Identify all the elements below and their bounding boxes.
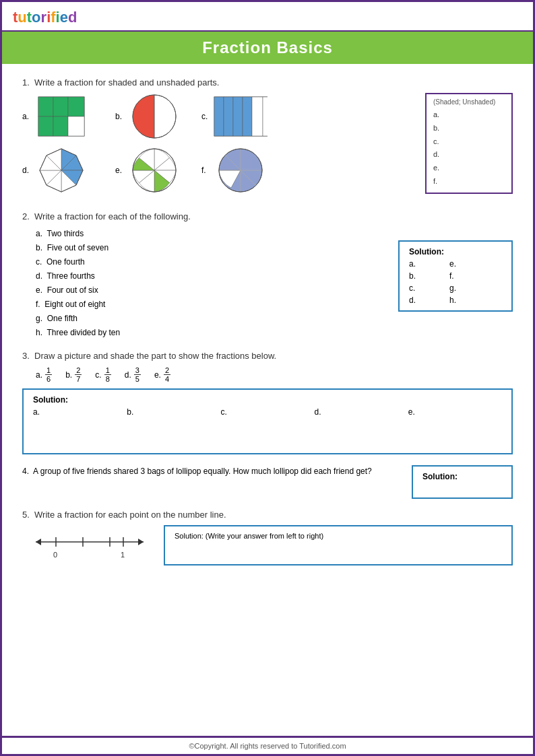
q1-ans-e: e. — [433, 162, 505, 175]
svg-rect-16 — [263, 97, 268, 136]
svg-rect-5 — [53, 116, 68, 136]
footer-text: ©Copyright. All rights reserved to Tutor… — [189, 742, 346, 750]
sol-label: b. — [409, 271, 449, 281]
q5-text: Write a fraction for each point on the n… — [34, 510, 226, 520]
svg-text:0: 0 — [53, 551, 57, 559]
sol-label: f. — [449, 271, 490, 281]
frac-label-c: c. — [95, 370, 101, 380]
svg-rect-3 — [68, 97, 84, 116]
sol-cell-d: d. — [315, 407, 408, 448]
octagon-svg — [37, 146, 86, 195]
question-2: 2. Write a fraction for each of the foll… — [22, 211, 513, 340]
q2-solution-box: Solution: a. e. b. f. c. g. d. h. — [398, 240, 513, 312]
q4-sol-title: Solution: — [422, 472, 502, 481]
svg-text:1: 1 — [121, 551, 125, 559]
shape-label-e: e. — [115, 166, 125, 175]
q2-sol-title: Solution: — [409, 247, 502, 256]
frac-item-c: c. 1 8 — [95, 366, 111, 383]
q5-title: 5. Write a fraction for each point on th… — [22, 510, 513, 520]
frac-item-e: e. 2 4 — [154, 366, 170, 383]
q3-fractions-row: a. 1 6 b. 2 7 c. 1 — [36, 366, 513, 383]
q1-row2: d. — [22, 147, 418, 194]
frac-label-d: d. — [125, 370, 131, 380]
shape-label-d: d. — [22, 166, 32, 175]
q4-number: 4. — [22, 467, 29, 476]
number-line-svg: 0 1 — [22, 525, 157, 565]
q4-container: 4. A group of five friends shared 3 bags… — [22, 465, 513, 499]
pinwheel-svg — [130, 146, 179, 195]
frac-d: 3 5 — [134, 366, 141, 383]
q1-shapes-row: a. — [22, 93, 513, 201]
q1-shapes-main: a. — [22, 93, 418, 201]
q4-text: 4. A group of five friends shared 3 bags… — [22, 465, 405, 478]
q1-ans-b: b. — [433, 122, 505, 135]
svg-rect-4 — [38, 116, 53, 136]
shape-a — [34, 93, 88, 140]
frac-label-b: b. — [65, 370, 72, 380]
q2-text: Write a fraction for each of the followi… — [34, 211, 191, 221]
shape-e — [127, 147, 181, 194]
q3-title: 3. Draw a picture and shade the part to … — [22, 351, 513, 361]
list-item: c. One fourth — [36, 255, 391, 269]
list-item: b. Five out of seven — [36, 241, 391, 255]
svg-rect-2 — [53, 97, 68, 116]
list-item: d. Three fourths — [36, 269, 391, 283]
shape-d — [34, 147, 88, 194]
list-item: a. Two thirds — [36, 227, 391, 241]
q5-container: 0 1 Solution: (Write your answer from le… — [22, 525, 513, 565]
list-item: h. Three divided by ten — [36, 326, 391, 340]
list-item: g. One fifth — [36, 312, 391, 326]
q3-number: 3. — [22, 351, 30, 361]
shape-f — [214, 147, 268, 194]
question-4: 4. A group of five friends shared 3 bags… — [22, 465, 513, 499]
q1-ans-c: c. — [433, 135, 505, 149]
sol-cell-b: b. — [127, 407, 220, 448]
q4-solution-box: Solution: — [412, 465, 513, 499]
question-5: 5. Write a fraction for each point on th… — [22, 510, 513, 565]
q5-solution-box: Solution: (Write your answer from left t… — [164, 525, 513, 565]
frac-item-a: a. 1 6 — [36, 366, 52, 383]
sol-cell-e: e. — [408, 407, 502, 448]
q2-sol-grid: a. e. b. f. c. g. d. h. — [409, 259, 502, 305]
page: tutorified Fraction Basics 1. Write a fr… — [0, 0, 535, 756]
frac-item-b: b. 2 7 — [65, 366, 82, 383]
sol-cell-a: a. — [33, 407, 127, 448]
main-content: 1. Write a fraction for shaded and unsha… — [2, 71, 533, 583]
q1-ans-a: a. — [433, 108, 505, 122]
page-title: Fraction Basics — [2, 38, 533, 57]
q1-answer-header: (Shaded; Unshaded) — [433, 98, 505, 106]
svg-marker-27 — [36, 539, 41, 545]
svg-marker-28 — [138, 539, 144, 545]
frac-b: 2 7 — [75, 366, 82, 383]
shape-label-c: c. — [201, 112, 211, 121]
q3-sol-title: Solution: — [33, 395, 502, 405]
sol-label: h. — [449, 296, 490, 305]
sol-label: a. — [409, 259, 449, 269]
sol-cell-c: c. — [220, 407, 314, 448]
shape-label-a: a. — [22, 112, 32, 121]
striped-rect-svg — [214, 96, 268, 137]
semicircle-svg — [131, 93, 178, 140]
bluecircle-svg — [216, 146, 265, 195]
frac-label-e: e. — [154, 370, 161, 380]
q1-number: 1. — [22, 77, 30, 88]
q3-sol-row: a. b. c. d. e. — [33, 407, 502, 448]
q5-number: 5. — [22, 510, 30, 520]
q2-list: a. Two thirds b. Five out of seven c. On… — [22, 227, 391, 340]
q1-row1: a. — [22, 93, 418, 140]
list-item: f. Eight out of eight — [36, 298, 391, 312]
question-1: 1. Write a fraction for shaded and unsha… — [22, 77, 513, 201]
q1-text: Write a fraction for shaded and unshaded… — [34, 77, 219, 88]
q1-ans-f: f. — [433, 175, 505, 188]
q5-sol-text: Solution: (Write your answer from left t… — [175, 532, 323, 540]
svg-rect-11 — [214, 97, 224, 136]
shape-label-b: b. — [115, 112, 125, 121]
q1-ans-d: d. — [433, 148, 505, 162]
q3-solution-box: Solution: a. b. c. d. e. — [22, 388, 513, 454]
question-3: 3. Draw a picture and shade the part to … — [22, 351, 513, 454]
sol-label: e. — [449, 259, 490, 269]
frac-a: 1 6 — [45, 366, 52, 383]
logo: tutorified — [13, 9, 522, 26]
svg-rect-13 — [233, 97, 243, 136]
list-item: e. Four out of six — [36, 283, 391, 298]
